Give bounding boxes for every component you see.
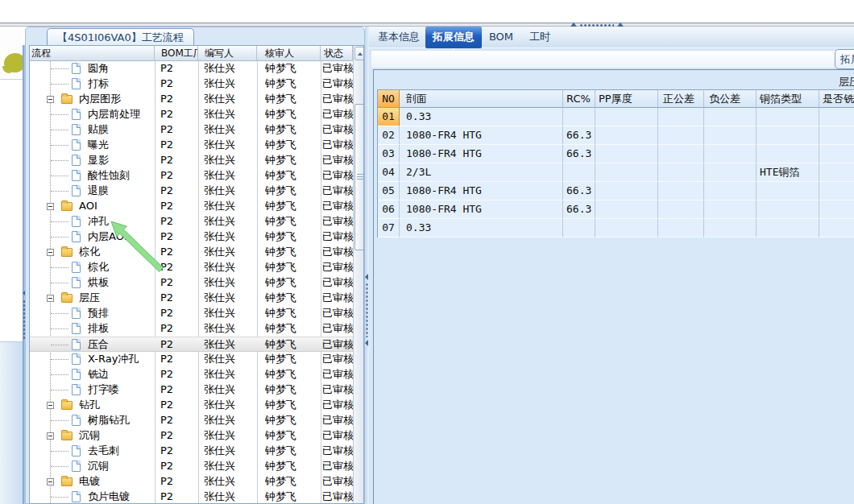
cell-profile: 1080-FR4 HTG xyxy=(400,200,563,219)
cell-status: 已审核 xyxy=(322,444,353,459)
tree-row[interactable]: 打字喽P2张仕兴钟梦飞已审核 xyxy=(30,382,353,398)
expand-collapse-icon[interactable] xyxy=(47,96,54,103)
tree-row[interactable]: 棕化P2张仕兴钟梦飞已审核 xyxy=(30,245,353,260)
column-header-pp[interactable]: PP厚度 xyxy=(595,89,658,108)
cell-mill xyxy=(819,163,854,182)
document-icon xyxy=(72,124,81,135)
tree-row[interactable]: 显影P2张仕兴钟梦飞已审核 xyxy=(30,153,353,168)
expand-collapse-icon[interactable] xyxy=(47,249,54,256)
cell-neg xyxy=(704,108,757,126)
cell-bom-factory: P2 xyxy=(160,306,197,321)
tree-row[interactable]: 内层前处理P2张仕兴钟梦飞已审核 xyxy=(30,107,353,122)
tree-row[interactable]: 冲孔P2张仕兴钟梦飞已审核 xyxy=(30,214,353,229)
expand-collapse-icon[interactable] xyxy=(47,203,54,210)
cell-neg xyxy=(704,145,757,163)
collapse-left-icon[interactable] xyxy=(365,274,368,280)
tree-vertical-scrollbar[interactable] xyxy=(353,46,364,504)
cell-pp xyxy=(595,126,658,145)
column-header-1[interactable]: BOM工厂 xyxy=(155,46,198,61)
column-header-mill[interactable]: 是否铣边 xyxy=(819,89,854,108)
tree-row[interactable]: 打标P2张仕兴钟梦飞已审核 xyxy=(30,76,353,92)
cell-pos xyxy=(658,145,704,163)
column-header-3[interactable]: 核审人 xyxy=(257,46,321,61)
process-flow-title-tab[interactable]: 【4S01I06VA0】工艺流程 xyxy=(47,28,194,45)
cell-status: 已审核 xyxy=(322,474,353,490)
tree-row[interactable]: 贴膜P2张仕兴钟梦飞已审核 xyxy=(30,122,353,138)
column-header-0[interactable]: 流程 xyxy=(30,46,155,61)
tree-row[interactable]: 棕化P2张仕兴钟梦飞已审核 xyxy=(30,260,353,275)
side-tab-extended-info[interactable]: 拓展 xyxy=(835,49,854,69)
tree-row[interactable]: 电镀P2张仕兴钟梦飞已审核 xyxy=(30,474,353,490)
tree-row[interactable]: 钻孔P2张仕兴钟梦飞已审核 xyxy=(30,398,353,413)
tree-connector-line xyxy=(51,191,68,192)
expand-collapse-icon[interactable] xyxy=(47,295,54,302)
tree-row[interactable]: 酸性蚀刻P2张仕兴钟梦飞已审核 xyxy=(30,168,353,184)
tab-基本信息[interactable]: 基本信息 xyxy=(372,27,425,48)
cell-writer: 张仕兴 xyxy=(204,367,255,382)
cell-writer: 张仕兴 xyxy=(204,92,255,107)
cell-writer: 张仕兴 xyxy=(204,398,255,413)
column-header-pos[interactable]: 正公差 xyxy=(658,89,704,108)
tree-row[interactable]: 退膜P2张仕兴钟梦飞已审核 xyxy=(30,184,353,199)
tree-row[interactable]: 内层图形P2张仕兴钟梦飞已审核 xyxy=(30,92,353,107)
cell-writer: 张仕兴 xyxy=(204,444,255,459)
cell-bom-factory: P2 xyxy=(160,382,197,398)
cell-copper xyxy=(757,126,819,145)
cell-bom-factory: P2 xyxy=(160,291,197,306)
document-icon xyxy=(72,491,81,502)
column-header-no[interactable]: NO xyxy=(378,89,400,108)
tree-row[interactable]: 排板P2张仕兴钟梦飞已审核 xyxy=(30,321,353,337)
tree-row[interactable]: 去毛刺P2张仕兴钟梦飞已审核 xyxy=(30,444,353,459)
tree-row[interactable]: 树脂钻孔P2张仕兴钟梦飞已审核 xyxy=(30,413,353,428)
tree-row-label: 内层AOI xyxy=(88,229,154,245)
tree-row[interactable]: 沉铜P2张仕兴钟梦飞已审核 xyxy=(30,428,353,444)
column-header-2[interactable]: 编写人 xyxy=(198,46,257,61)
tab-拓展信息[interactable]: 拓展信息 xyxy=(425,27,482,48)
cell-reviewer: 钟梦飞 xyxy=(265,352,318,367)
tree-row[interactable]: 铣边P2张仕兴钟梦飞已审核 xyxy=(30,367,353,382)
folder-icon xyxy=(61,248,73,257)
tree-row-label: 电镀 xyxy=(79,474,153,490)
cell-reviewer: 钟梦飞 xyxy=(265,184,318,199)
cell-status: 已审核 xyxy=(322,337,353,353)
cell-copper xyxy=(757,145,819,163)
cell-copper xyxy=(757,108,819,126)
column-header-rc[interactable]: RC% xyxy=(563,89,595,108)
tree-row[interactable]: X-Ray冲孔P2张仕兴钟梦飞已审核 xyxy=(30,352,353,367)
tree-row-label: 沉铜 xyxy=(79,428,153,444)
scrollbar-thumb[interactable] xyxy=(354,104,364,250)
tab-BOM[interactable]: BOM xyxy=(482,27,520,48)
column-header-4[interactable]: 状态 xyxy=(321,46,353,61)
app-window: 【4S01I06VA0】工艺流程 流程BOM工厂编写人核审人状态 圆角P2张仕兴… xyxy=(0,0,854,504)
column-header-copper[interactable]: 铜箔类型 xyxy=(757,89,819,108)
tree-row[interactable]: 压合P2张仕兴钟梦飞已审核 xyxy=(30,337,353,352)
column-header-neg[interactable]: 负公差 xyxy=(704,89,757,108)
tree-row[interactable]: 层压P2张仕兴钟梦飞已审核 xyxy=(30,291,353,306)
document-icon xyxy=(72,353,81,365)
tree-row[interactable]: 负片电镀P2张仕兴钟梦飞已审核 xyxy=(30,490,353,504)
expand-collapse-icon[interactable] xyxy=(47,432,54,440)
document-icon xyxy=(72,445,81,456)
scroll-up-button[interactable] xyxy=(354,47,364,60)
cell-reviewer: 钟梦飞 xyxy=(265,138,318,153)
tree-row[interactable]: AOIP2张仕兴钟梦飞已审核 xyxy=(30,199,353,214)
collapse-left-icon[interactable] xyxy=(365,340,368,346)
groupbox-title: 层压 xyxy=(839,75,854,89)
tree-row[interactable]: 预排P2张仕兴钟梦飞已审核 xyxy=(30,306,353,321)
tree-row[interactable]: 烘板P2张仕兴钟梦飞已审核 xyxy=(30,275,353,291)
tree-row[interactable]: 内层AOIP2张仕兴钟梦飞已审核 xyxy=(30,229,353,245)
tree-row[interactable]: 沉铜P2张仕兴钟梦飞已审核 xyxy=(30,459,353,474)
cell-mill xyxy=(819,200,854,219)
expand-collapse-icon[interactable] xyxy=(47,402,54,409)
cell-status: 已审核 xyxy=(322,107,353,122)
row-number-cell: 05 xyxy=(378,182,400,200)
tab-工时[interactable]: 工时 xyxy=(520,27,559,48)
tree-row-label: 圆角 xyxy=(88,61,154,76)
tree-row[interactable]: 圆角P2张仕兴钟梦飞已审核 xyxy=(30,61,353,76)
tree-row-label: 内层前处理 xyxy=(88,107,154,122)
cell-bom-factory: P2 xyxy=(160,153,197,168)
cell-writer: 张仕兴 xyxy=(204,122,255,138)
expand-collapse-icon[interactable] xyxy=(47,478,54,485)
column-header-profile[interactable]: 剖面 xyxy=(400,89,563,108)
tree-row[interactable]: 曝光P2张仕兴钟梦飞已审核 xyxy=(30,138,353,153)
